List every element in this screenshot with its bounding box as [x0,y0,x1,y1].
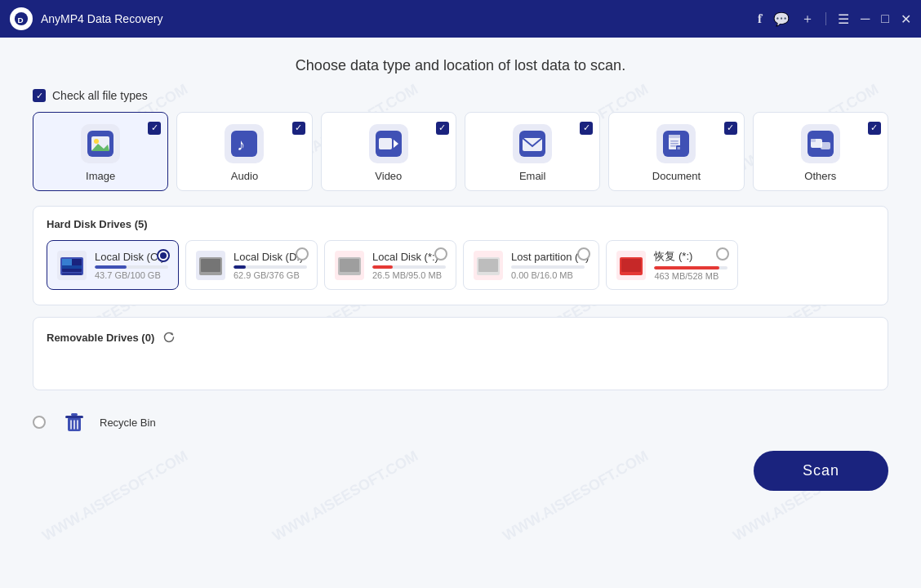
refresh-button[interactable] [161,329,177,345]
svg-rect-39 [478,259,498,272]
svg-rect-15 [669,135,680,138]
check-all-checkbox[interactable] [33,89,46,102]
maximize-icon[interactable]: □ [881,11,889,26]
others-icon [801,124,840,163]
file-type-email[interactable]: Email [465,112,600,191]
file-type-document[interactable]: ≡ Document [608,112,744,191]
image-icon [81,124,120,163]
menu-icon[interactable]: ☰ [838,11,849,27]
hard-disk-section: Hard Disk Drives (5) [33,206,888,305]
email-label: Email [519,170,546,182]
plus-icon[interactable]: ＋ [801,11,814,28]
document-checkbox[interactable] [724,119,737,135]
check-all-row: Check all file types [33,89,888,102]
svg-rect-24 [821,142,830,149]
drive-d[interactable]: Local Disk (D:) 62.9 GB/376 GB [185,240,318,290]
svg-text:♪: ♪ [237,136,245,154]
audio-checkbox[interactable] [292,119,305,135]
video-label: Video [375,170,402,182]
main-content: WWW.AISEESOFT.COM WWW.AISEESOFT.COM WWW.… [0,38,921,588]
drive-d-radio[interactable] [296,247,309,264]
scan-button-area: Scan [33,451,888,491]
svg-rect-30 [62,265,82,269]
hard-disk-title: Hard Disk Drives (5) [47,218,874,230]
file-type-cards: Image ♪ Audio [33,112,888,191]
svg-rect-18 [670,145,676,147]
page-title: Choose data type and location of lost da… [33,57,888,74]
email-icon [513,124,552,163]
scan-button[interactable]: Scan [754,451,888,491]
file-type-audio[interactable]: ♪ Audio [176,112,312,191]
drive-star1-radio[interactable] [434,247,447,264]
titlebar: D AnyMP4 Data Recovery 𝐟 💬 ＋ ☰ ─ □ ✕ [0,0,921,38]
document-label: Document [652,170,701,182]
drive-lost-radio[interactable] [577,247,590,264]
drive-list: Local Disk (C:) 43.7 GB/100 GB [47,240,874,293]
svg-rect-46 [71,413,78,416]
drive-star1[interactable]: Local Disk (*:) 26.5 MB/95.0 MB [324,240,456,290]
recycle-radio[interactable] [33,416,46,429]
svg-rect-9 [379,138,392,149]
removable-title: Removable Drives (0) [47,329,874,345]
minimize-icon[interactable]: ─ [861,11,870,26]
drive-recover-icon [616,251,646,280]
drive-d-icon [196,251,225,280]
drive-recover-radio[interactable] [716,247,729,264]
email-checkbox[interactable] [580,119,593,135]
removable-section: Removable Drives (0) [33,317,888,390]
others-label: Others [804,170,836,182]
svg-rect-28 [62,273,82,275]
drive-c[interactable]: Local Disk (C:) 43.7 GB/100 GB [47,240,179,290]
image-label: Image [86,170,115,182]
app-logo: D [10,7,33,30]
svg-point-4 [94,139,99,144]
drive-lost-icon [474,251,503,280]
facebook-icon[interactable]: 𝐟 [758,11,762,26]
video-icon [369,124,408,163]
recycle-bin-icon [59,407,90,438]
others-checkbox[interactable] [868,119,881,135]
drive-c-icon [57,251,87,280]
message-icon[interactable]: 💬 [773,11,790,27]
app-title: AnyMP4 Data Recovery [41,12,758,25]
svg-rect-29 [62,259,72,265]
svg-rect-23 [811,139,816,142]
drive-c-radio[interactable] [157,247,170,262]
audio-label: Audio [231,170,258,182]
recycle-bin-label: Recycle Bin [100,416,156,429]
svg-rect-36 [340,259,359,272]
svg-rect-17 [670,143,679,145]
recycle-bin-area: Recycle Bin [33,402,888,443]
svg-rect-33 [201,259,220,272]
svg-rect-45 [65,416,83,418]
svg-text:≡: ≡ [677,145,680,151]
close-icon[interactable]: ✕ [901,11,911,27]
window-controls: 𝐟 💬 ＋ ☰ ─ □ ✕ [758,11,911,28]
svg-rect-42 [621,259,641,272]
drive-star1-icon [335,251,364,280]
file-type-others[interactable]: Others [753,112,888,191]
svg-rect-16 [670,140,679,142]
svg-text:D: D [18,16,24,24]
video-checkbox[interactable] [436,119,449,135]
document-icon: ≡ [656,124,696,163]
drive-recover[interactable]: 恢复 (*:) 463 MB/528 MB [606,240,738,290]
file-type-video[interactable]: Video [321,112,456,191]
drive-lost[interactable]: Lost partition (*:) 0.00 B/16.0 MB [463,240,599,290]
image-checkbox[interactable] [148,119,161,135]
file-type-image[interactable]: Image [33,112,168,191]
check-all-label: Check all file types [52,89,148,102]
audio-icon: ♪ [225,124,264,163]
